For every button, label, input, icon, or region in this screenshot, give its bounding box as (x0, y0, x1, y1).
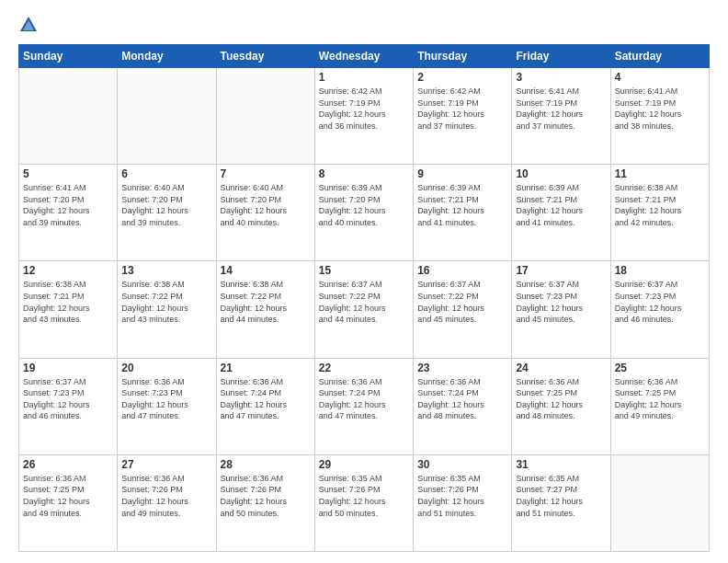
calendar-cell: 20Sunrise: 6:36 AM Sunset: 7:23 PM Dayli… (118, 358, 216, 454)
calendar-cell: 12Sunrise: 6:38 AM Sunset: 7:21 PM Dayli… (19, 261, 118, 358)
day-number: 8 (319, 167, 409, 180)
day-info: Sunrise: 6:37 AM Sunset: 7:23 PM Dayligh… (23, 376, 113, 422)
day-info: Sunrise: 6:36 AM Sunset: 7:24 PM Dayligh… (319, 376, 409, 422)
day-number: 5 (23, 167, 113, 180)
day-info: Sunrise: 6:41 AM Sunset: 7:20 PM Dayligh… (23, 182, 113, 228)
calendar-cell: 26Sunrise: 6:36 AM Sunset: 7:25 PM Dayli… (19, 454, 118, 551)
calendar-cell: 2Sunrise: 6:42 AM Sunset: 7:19 PM Daylig… (414, 68, 512, 165)
day-info: Sunrise: 6:36 AM Sunset: 7:25 PM Dayligh… (516, 376, 606, 422)
day-number: 31 (516, 458, 606, 471)
calendar-cell: 6Sunrise: 6:40 AM Sunset: 7:20 PM Daylig… (118, 165, 216, 261)
day-number: 7 (221, 167, 311, 180)
header (18, 15, 710, 35)
calendar-cell: 5Sunrise: 6:41 AM Sunset: 7:20 PM Daylig… (19, 165, 118, 261)
calendar-cell: 4Sunrise: 6:41 AM Sunset: 7:19 PM Daylig… (610, 68, 709, 165)
calendar-week-3: 12Sunrise: 6:38 AM Sunset: 7:21 PM Dayli… (19, 261, 710, 358)
day-number: 23 (417, 362, 507, 374)
day-info: Sunrise: 6:40 AM Sunset: 7:20 PM Dayligh… (121, 182, 211, 228)
calendar-cell (19, 68, 118, 165)
calendar-cell: 15Sunrise: 6:37 AM Sunset: 7:22 PM Dayli… (314, 261, 413, 358)
calendar-cell (118, 68, 216, 165)
calendar-cell: 16Sunrise: 6:37 AM Sunset: 7:22 PM Dayli… (414, 261, 512, 358)
day-number: 11 (615, 167, 705, 180)
day-number: 3 (516, 71, 606, 84)
calendar-cell: 11Sunrise: 6:38 AM Sunset: 7:21 PM Dayli… (610, 165, 709, 261)
day-info: Sunrise: 6:35 AM Sunset: 7:26 PM Dayligh… (417, 473, 507, 519)
day-info: Sunrise: 6:39 AM Sunset: 7:21 PM Dayligh… (417, 182, 507, 228)
day-info: Sunrise: 6:37 AM Sunset: 7:22 PM Dayligh… (417, 279, 507, 325)
day-info: Sunrise: 6:41 AM Sunset: 7:19 PM Dayligh… (615, 86, 705, 132)
calendar-cell: 27Sunrise: 6:36 AM Sunset: 7:26 PM Dayli… (118, 454, 216, 551)
day-number: 27 (121, 458, 211, 471)
day-number: 26 (23, 458, 113, 471)
calendar-cell: 1Sunrise: 6:42 AM Sunset: 7:19 PM Daylig… (314, 68, 413, 165)
day-info: Sunrise: 6:36 AM Sunset: 7:24 PM Dayligh… (221, 376, 311, 422)
day-number: 17 (516, 264, 606, 277)
day-number: 22 (319, 362, 409, 374)
col-thursday: Thursday (414, 45, 512, 68)
day-info: Sunrise: 6:36 AM Sunset: 7:25 PM Dayligh… (23, 473, 113, 519)
calendar-week-1: 1Sunrise: 6:42 AM Sunset: 7:19 PM Daylig… (19, 68, 710, 165)
day-info: Sunrise: 6:38 AM Sunset: 7:22 PM Dayligh… (121, 279, 211, 325)
day-info: Sunrise: 6:36 AM Sunset: 7:25 PM Dayligh… (615, 376, 705, 422)
calendar-cell: 3Sunrise: 6:41 AM Sunset: 7:19 PM Daylig… (512, 68, 610, 165)
day-number: 21 (221, 362, 311, 374)
day-info: Sunrise: 6:39 AM Sunset: 7:20 PM Dayligh… (319, 182, 409, 228)
day-number: 16 (417, 264, 507, 277)
col-friday: Friday (512, 45, 610, 68)
day-number: 28 (221, 458, 311, 471)
day-info: Sunrise: 6:40 AM Sunset: 7:20 PM Dayligh… (221, 182, 311, 228)
day-info: Sunrise: 6:38 AM Sunset: 7:22 PM Dayligh… (221, 279, 311, 325)
calendar-cell: 28Sunrise: 6:36 AM Sunset: 7:26 PM Dayli… (216, 454, 314, 551)
day-number: 4 (615, 71, 705, 84)
day-number: 19 (23, 362, 113, 374)
col-tuesday: Tuesday (216, 45, 314, 68)
day-number: 25 (615, 362, 705, 374)
calendar-cell: 22Sunrise: 6:36 AM Sunset: 7:24 PM Dayli… (314, 358, 413, 454)
day-number: 14 (221, 264, 311, 277)
day-info: Sunrise: 6:36 AM Sunset: 7:23 PM Dayligh… (121, 376, 211, 422)
col-monday: Monday (118, 45, 216, 68)
day-info: Sunrise: 6:36 AM Sunset: 7:26 PM Dayligh… (221, 473, 311, 519)
calendar-cell: 18Sunrise: 6:37 AM Sunset: 7:23 PM Dayli… (610, 261, 709, 358)
col-saturday: Saturday (610, 45, 709, 68)
day-number: 13 (121, 264, 211, 277)
day-info: Sunrise: 6:37 AM Sunset: 7:23 PM Dayligh… (516, 279, 606, 325)
day-number: 18 (615, 264, 705, 277)
day-number: 10 (516, 167, 606, 180)
calendar-cell: 23Sunrise: 6:36 AM Sunset: 7:24 PM Dayli… (414, 358, 512, 454)
day-number: 12 (23, 264, 113, 277)
day-info: Sunrise: 6:42 AM Sunset: 7:19 PM Dayligh… (417, 86, 507, 132)
calendar-cell: 19Sunrise: 6:37 AM Sunset: 7:23 PM Dayli… (19, 358, 118, 454)
calendar-cell: 25Sunrise: 6:36 AM Sunset: 7:25 PM Dayli… (610, 358, 709, 454)
day-number: 6 (121, 167, 211, 180)
logo-area (18, 15, 46, 35)
calendar-table: Sunday Monday Tuesday Wednesday Thursday… (18, 44, 710, 552)
day-info: Sunrise: 6:37 AM Sunset: 7:23 PM Dayligh… (615, 279, 705, 325)
calendar-cell: 9Sunrise: 6:39 AM Sunset: 7:21 PM Daylig… (414, 165, 512, 261)
calendar-header-row: Sunday Monday Tuesday Wednesday Thursday… (19, 45, 710, 68)
logo (18, 15, 46, 35)
day-number: 2 (417, 71, 507, 84)
day-number: 1 (319, 71, 409, 84)
calendar-cell: 31Sunrise: 6:35 AM Sunset: 7:27 PM Dayli… (512, 454, 610, 551)
day-info: Sunrise: 6:35 AM Sunset: 7:27 PM Dayligh… (516, 473, 606, 519)
day-info: Sunrise: 6:38 AM Sunset: 7:21 PM Dayligh… (23, 279, 113, 325)
day-info: Sunrise: 6:36 AM Sunset: 7:26 PM Dayligh… (121, 473, 211, 519)
day-info: Sunrise: 6:35 AM Sunset: 7:26 PM Dayligh… (319, 473, 409, 519)
calendar-week-4: 19Sunrise: 6:37 AM Sunset: 7:23 PM Dayli… (19, 358, 710, 454)
col-sunday: Sunday (19, 45, 118, 68)
calendar-cell: 21Sunrise: 6:36 AM Sunset: 7:24 PM Dayli… (216, 358, 314, 454)
calendar-cell: 13Sunrise: 6:38 AM Sunset: 7:22 PM Dayli… (118, 261, 216, 358)
day-number: 20 (121, 362, 211, 374)
day-info: Sunrise: 6:42 AM Sunset: 7:19 PM Dayligh… (319, 86, 409, 132)
col-wednesday: Wednesday (314, 45, 413, 68)
day-number: 9 (417, 167, 507, 180)
calendar-cell: 8Sunrise: 6:39 AM Sunset: 7:20 PM Daylig… (314, 165, 413, 261)
calendar-cell: 7Sunrise: 6:40 AM Sunset: 7:20 PM Daylig… (216, 165, 314, 261)
calendar-week-2: 5Sunrise: 6:41 AM Sunset: 7:20 PM Daylig… (19, 165, 710, 261)
calendar-cell: 17Sunrise: 6:37 AM Sunset: 7:23 PM Dayli… (512, 261, 610, 358)
day-number: 15 (319, 264, 409, 277)
day-info: Sunrise: 6:41 AM Sunset: 7:19 PM Dayligh… (516, 86, 606, 132)
calendar-cell: 14Sunrise: 6:38 AM Sunset: 7:22 PM Dayli… (216, 261, 314, 358)
